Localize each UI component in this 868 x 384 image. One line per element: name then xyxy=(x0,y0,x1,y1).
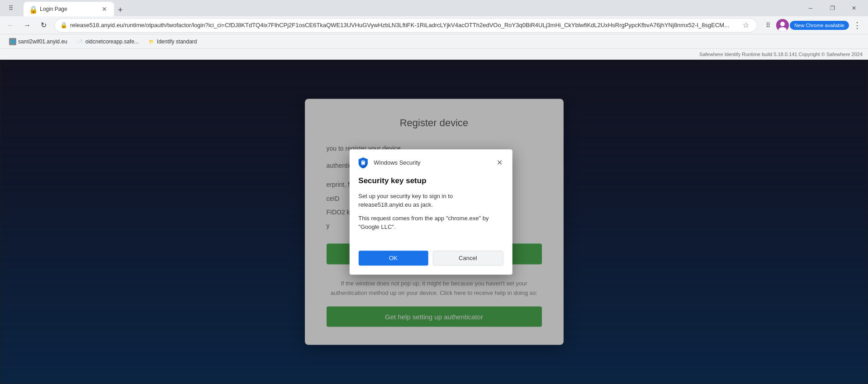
bookmark-saml2wif[interactable]: 🌐 saml2wif01.anyid.eu xyxy=(5,36,71,47)
extensions-button[interactable]: ⠿ xyxy=(761,18,775,33)
cancel-button[interactable]: Cancel xyxy=(432,251,503,265)
close-button[interactable]: ✕ xyxy=(844,1,864,15)
bookmark-favicon-oidcnetcore: 📄 xyxy=(76,38,84,45)
bookmark-label-identify: Identify standard xyxy=(157,38,197,45)
shield-icon xyxy=(356,156,369,169)
address-bar-container: 🔒 ☆ xyxy=(54,18,757,33)
tab-strip: 🔒 Login Page ✕ + xyxy=(24,0,798,16)
ok-button[interactable]: OK xyxy=(358,251,428,265)
new-tab-button[interactable]: + xyxy=(114,4,127,16)
forward-button[interactable]: → xyxy=(20,18,34,33)
more-options-button[interactable]: ⋮ xyxy=(850,18,864,33)
bookmark-star-button[interactable]: ☆ xyxy=(740,20,751,31)
svg-point-1 xyxy=(780,22,785,26)
toolbar-right: ⠿ New Chrome available ⋮ xyxy=(761,18,864,33)
bookmark-favicon-saml2wif: 🌐 xyxy=(9,38,16,45)
dialog-close-button[interactable]: ✕ xyxy=(494,157,505,168)
new-chrome-badge[interactable]: New Chrome available xyxy=(790,21,849,30)
chrome-menu-button[interactable]: ⠿ xyxy=(4,1,18,15)
copyright-text: Safewhere Identify Runtime build 5.18.0.… xyxy=(699,52,863,57)
back-button[interactable]: ← xyxy=(4,18,18,33)
bookmark-identify[interactable]: 📁 Identify standard xyxy=(144,36,201,47)
page-content: Register device you to register your dev… xyxy=(0,60,868,384)
tab-close-button[interactable]: ✕ xyxy=(100,5,109,13)
dialog-text-1: Set up your security key to sign in to r… xyxy=(358,192,503,209)
dialog-header: Windows Security ✕ xyxy=(349,149,512,173)
reload-button[interactable]: ↻ xyxy=(36,18,51,33)
bookmarks-bar: 🌐 saml2wif01.anyid.eu 📄 oidcnetcoreapp.s… xyxy=(0,34,868,49)
bookmark-favicon-identify: 📁 xyxy=(148,38,155,45)
copyright-bar: Safewhere Identify Runtime build 5.18.0.… xyxy=(0,49,868,60)
security-dialog-overlay: Windows Security ✕ Security key setup Se… xyxy=(0,60,868,384)
restore-button[interactable]: ❐ xyxy=(822,1,843,15)
browser-frame: ⠿ 🔒 Login Page ✕ + ─ ❐ ✕ ← → ↻ 🔒 ☆ xyxy=(0,0,868,384)
dialog-body: Security key setup Set up your security … xyxy=(349,173,512,245)
address-input[interactable] xyxy=(70,22,738,28)
dialog-actions: OK Cancel xyxy=(349,245,512,275)
tab-favicon: 🔒 xyxy=(29,5,36,13)
dialog-header-title: Windows Security xyxy=(374,159,489,166)
bookmark-oidcnetcore[interactable]: 📄 oidcnetcoreapp.safe... xyxy=(73,36,142,47)
dialog-text-2: This request comes from the app "chrome.… xyxy=(358,214,503,232)
security-dialog: Windows Security ✕ Security key setup Se… xyxy=(349,149,512,275)
profile-icon[interactable] xyxy=(776,19,789,32)
minimize-button[interactable]: ─ xyxy=(800,1,821,15)
toolbar: ← → ↻ 🔒 ☆ ⠿ New Chrome available ⋮ xyxy=(0,16,868,34)
bookmark-label-saml2wif: saml2wif01.anyid.eu xyxy=(18,38,67,45)
bookmark-label-oidcnetcore: oidcnetcoreapp.safe... xyxy=(85,38,139,45)
title-bar: ⠿ 🔒 Login Page ✕ + ─ ❐ ✕ xyxy=(0,0,868,16)
tab-title: Login Page xyxy=(40,6,97,12)
window-controls-right: ─ ❐ ✕ xyxy=(800,1,864,15)
window-controls-left: ⠿ xyxy=(4,1,18,15)
active-tab[interactable]: 🔒 Login Page ✕ xyxy=(24,2,114,16)
lock-icon: 🔒 xyxy=(60,22,67,28)
dialog-main-title: Security key setup xyxy=(358,176,503,185)
